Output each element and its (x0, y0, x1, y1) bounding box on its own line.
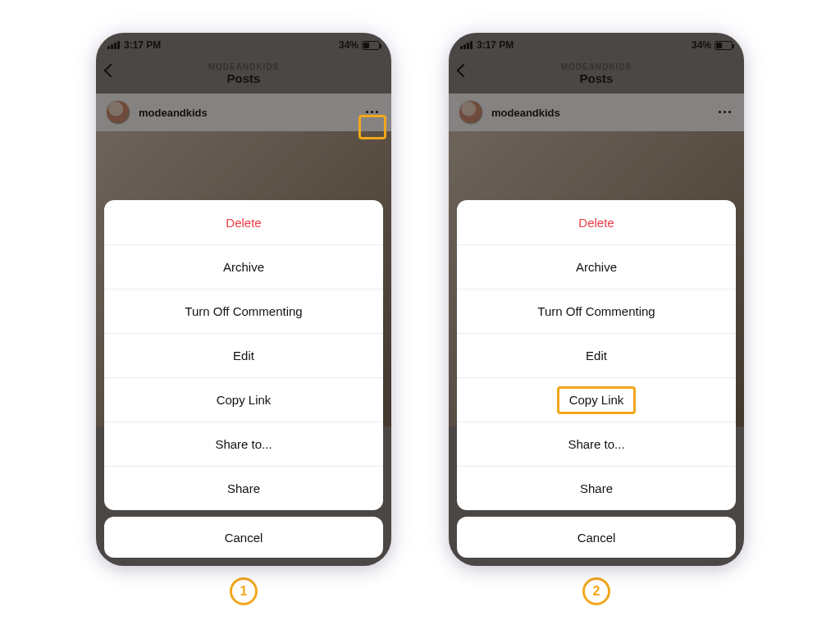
menu-archive[interactable]: Archive (104, 244, 383, 289)
menu-share-to[interactable]: Share to... (104, 422, 383, 466)
callout-highlight-copy-link (557, 386, 636, 414)
phone-screen-2: 3:17 PM 34% MODEANDKIDS Posts modeandkid… (449, 33, 744, 566)
action-sheet-options: Delete Archive Turn Off Commenting Edit … (104, 200, 383, 510)
step-badge-1: 1 (230, 577, 258, 605)
menu-edit[interactable]: Edit (104, 333, 383, 377)
menu-copy-link[interactable]: Copy Link (104, 377, 383, 422)
menu-share[interactable]: Share (457, 466, 736, 510)
menu-edit[interactable]: Edit (457, 333, 736, 377)
cancel-button[interactable]: Cancel (104, 517, 383, 558)
menu-share-to[interactable]: Share to... (457, 422, 736, 466)
action-sheet: Delete Archive Turn Off Commenting Edit … (457, 200, 736, 558)
menu-turn-off-commenting[interactable]: Turn Off Commenting (104, 289, 383, 333)
menu-delete[interactable]: Delete (104, 200, 383, 244)
action-sheet: Delete Archive Turn Off Commenting Edit … (104, 200, 383, 558)
step-badge-2: 2 (582, 577, 610, 605)
action-sheet-options: Delete Archive Turn Off Commenting Edit … (457, 200, 736, 510)
phone-screen-1: 3:17 PM 34% MODEANDKIDS Posts modeandkid… (96, 33, 391, 566)
cancel-button[interactable]: Cancel (457, 517, 736, 558)
menu-archive[interactable]: Archive (457, 244, 736, 289)
menu-share[interactable]: Share (104, 466, 383, 510)
step-1-column: 3:17 PM 34% MODEANDKIDS Posts modeandkid… (96, 33, 391, 605)
step-2-column: 3:17 PM 34% MODEANDKIDS Posts modeandkid… (449, 33, 744, 605)
menu-turn-off-commenting[interactable]: Turn Off Commenting (457, 289, 736, 333)
menu-delete[interactable]: Delete (457, 200, 736, 244)
menu-copy-link[interactable]: Copy Link (457, 377, 736, 422)
